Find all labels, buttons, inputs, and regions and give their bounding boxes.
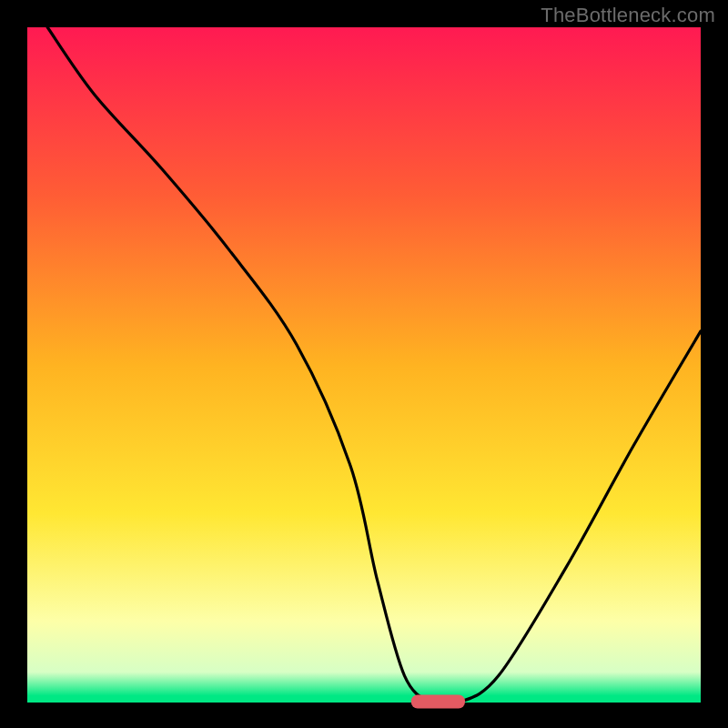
chart-svg [0,0,728,728]
attribution-text: TheBottleneck.com [541,4,715,27]
chart-frame: TheBottleneck.com [0,0,728,728]
optimum-marker [411,695,465,709]
plot-background [27,27,701,703]
